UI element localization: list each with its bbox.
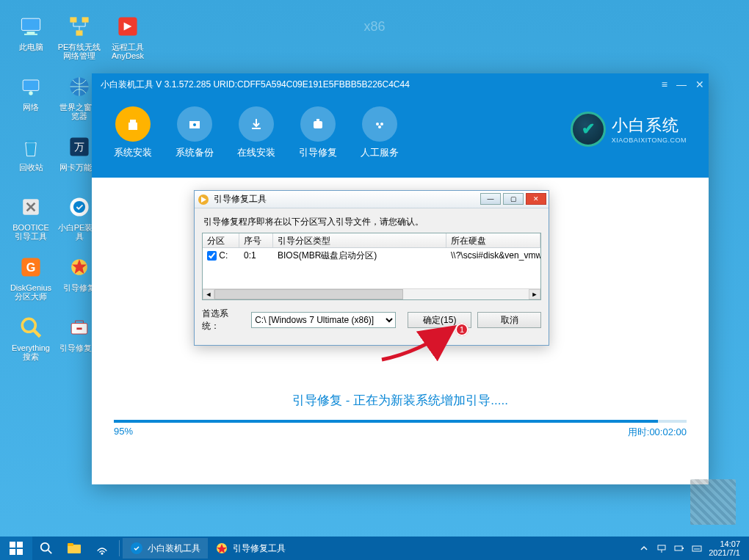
partition-table: 分区 序号 引导分区类型 所在硬盘 C: 0:1 BIOS(MBR磁盘启动分区)… [202,233,541,300]
desktop-icon-label: Everything搜索 [9,343,53,361]
installer-title: 小白装机工具 V 3.1.572.285 URID:CDFF5A594C09E1… [101,79,410,91]
xiaobai-icon [65,192,94,222]
diskg-icon: G [16,252,46,282]
minimize-icon[interactable]: — [676,79,687,90]
x86-watermark: x86 [363,19,385,34]
table-row[interactable]: C: 0:1 BIOS(MBR磁盘启动分区) \\?\scsi#disk&ven… [203,248,540,263]
tray-battery-icon[interactable] [673,542,685,554]
dialog-message: 引导修复程序即将在以下分区写入引导文件，请您确认。 [203,216,541,228]
svg-rect-31 [10,542,15,548]
brand: ✔ 小白系统 XIAOBAIXITONG.COM [571,112,687,147]
svg-rect-44 [675,546,682,550]
dialog-minimize-button[interactable]: — [480,193,501,205]
svg-rect-25 [314,121,322,128]
dialog-icon [198,194,209,206]
net-icon [65,12,94,41]
status-message: 引导修复 - 正在为新装系统增加引导..... [114,392,687,409]
svg-rect-3 [70,17,76,22]
desktop: x86 此电脑PE有线无线网络管理远程工具AnyDesk网络世界之窗浏览器回收站… [0,0,749,560]
bootfix-icon [65,252,94,282]
desktop-icon-label: BOOTICE引导工具 [9,223,53,241]
anydesk-icon [113,12,142,41]
wan-icon: 万 [65,132,94,161]
desktop-icon-anydesk[interactable]: 远程工具AnyDesk [106,12,150,69]
scroll-left-button[interactable]: ◄ [203,289,214,299]
recycle-icon [16,132,46,161]
taskbar-task-xiaobai[interactable]: 小白装机工具 [123,538,208,559]
desktop-icon-label: 引导修复 [63,283,95,292]
svg-rect-2 [24,34,37,35]
ok-button[interactable]: 确定(15) [408,312,471,328]
desktop-icon-net[interactable]: PE有线无线网络管理 [57,12,101,69]
svg-rect-38 [68,543,73,546]
dialog-close-button[interactable]: ✕ [526,193,546,205]
toolbar-install[interactable]: 系统安装 [114,106,152,159]
bootfix2-icon [65,313,94,342]
tray-keyboard-icon[interactable] [691,542,703,554]
installer-toolbar: 系统安装系统备份在线安装引导修复人工服务 ✔ 小白系统 XIAOBAIXITON… [92,95,709,178]
svg-rect-32 [17,542,23,548]
broken-image-placeholder [690,479,736,525]
svg-point-8 [29,91,32,95]
system-tray: 14:07 2021/7/1 [638,539,745,557]
desktop-icon-label: 远程工具AnyDesk [106,43,150,60]
desktop-icon-diskg[interactable]: GDiskGenius分区大师 [9,252,53,310]
col-seq[interactable]: 序号 [239,233,273,247]
tray-up-icon[interactable] [638,542,650,554]
svg-rect-42 [658,545,665,550]
svg-line-36 [48,550,52,554]
desktop-icon-label: 回收站 [19,163,43,172]
taskbar: 小白装机工具引导修复工具 14:07 2021/7/1 [0,537,749,560]
installer-titlebar[interactable]: 小白装机工具 V 3.1.572.285 URID:CDFF5A594C09E1… [92,73,709,95]
col-disk[interactable]: 所在硬盘 [446,233,540,247]
col-type[interactable]: 引导分区类型 [273,233,446,247]
progress-bar [114,420,687,423]
svg-rect-4 [82,17,89,22]
tray-adapter-icon[interactable] [656,542,667,554]
svg-text:G: G [26,261,36,274]
col-partition[interactable]: 分区 [203,233,239,247]
toolbar-backup[interactable]: 系统备份 [176,106,214,159]
desktop-icon-pc[interactable]: 此电脑 [9,12,53,69]
cancel-button[interactable]: 取消 [477,312,541,328]
dialog-titlebar[interactable]: 引导修复工具 — ▢ ✕ [195,191,549,208]
explorer-icon[interactable] [60,537,88,560]
elapsed-time: 用时:00:02:00 [628,426,687,439]
toolbar-bootrepair[interactable]: 引导修复 [299,106,337,159]
desktop-icon-label: 网络 [23,103,39,112]
brand-logo-icon: ✔ [571,112,606,147]
preferred-system-label: 首选系统： [202,308,245,332]
svg-rect-1 [27,32,35,34]
dialog-maximize-button[interactable]: ▢ [503,193,524,205]
desktop-icon-recycle[interactable]: 回收站 [9,132,53,189]
search-icon[interactable] [32,537,60,560]
scroll-right-button[interactable]: ► [529,289,540,299]
scroll-thumb[interactable] [214,289,403,299]
preferred-system-select[interactable]: C:\ [Windows 7 Ultimate (x86)] [251,312,396,328]
brand-name: 小白系统 [612,114,687,137]
toolbar-service[interactable]: 人工服务 [361,106,399,159]
taskbar-task-bootfix[interactable]: 引导修复工具 [208,538,293,559]
desktop-icon-network[interactable]: 网络 [9,72,53,129]
network-tray-icon[interactable] [88,537,116,560]
pc-icon [16,12,46,41]
svg-point-23 [193,123,196,126]
close-icon[interactable]: ✕ [695,79,704,90]
taskbar-clock[interactable]: 14:07 2021/7/1 [709,539,740,557]
svg-point-39 [101,553,103,554]
desktop-icon-everything[interactable]: Everything搜索 [9,313,53,370]
svg-point-29 [378,126,381,128]
svg-text:万: 万 [74,141,84,153]
svg-line-20 [35,331,40,337]
start-button[interactable] [0,537,32,560]
toolbar-online[interactable]: 在线安装 [237,106,275,159]
horizontal-scrollbar[interactable]: ◄ ► [203,288,540,299]
desktop-icon-bootice[interactable]: BOOTICE引导工具 [9,192,53,250]
svg-rect-0 [21,18,40,30]
network-icon [16,72,46,101]
svg-rect-45 [682,548,684,549]
svg-rect-10 [27,140,35,143]
everything-icon [16,313,46,342]
partition-checkbox[interactable] [207,251,217,261]
menu-icon[interactable]: ≡ [662,79,667,90]
